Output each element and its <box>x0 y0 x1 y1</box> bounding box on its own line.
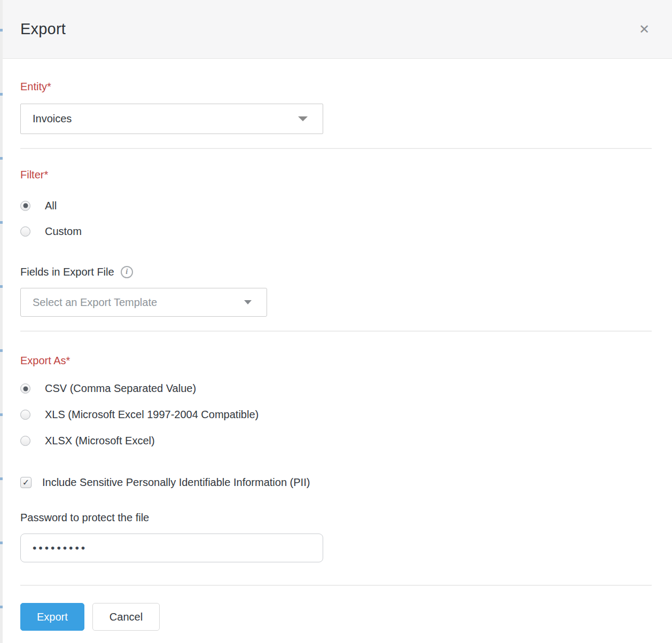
password-label: Password to protect the file <box>20 510 652 525</box>
export-as-option-xls[interactable]: XLS (Microsoft Excel 1997-2004 Compatibl… <box>20 402 652 428</box>
filter-option-custom[interactable]: Custom <box>20 218 652 244</box>
export-as-option-label: CSV (Comma Separated Value) <box>45 382 196 395</box>
checkbox-checked-icon[interactable]: ✓ <box>20 477 32 488</box>
export-template-select[interactable]: Select an Export Template <box>20 288 267 317</box>
export-as-radio-group: CSV (Comma Separated Value) XLS (Microso… <box>20 375 652 454</box>
divider <box>20 148 652 149</box>
pii-checkbox-label: Include Sensitive Personally Identifiabl… <box>42 476 310 489</box>
close-icon[interactable]: ✕ <box>637 21 652 38</box>
radio-unselected-icon[interactable] <box>20 436 30 446</box>
export-button[interactable]: Export <box>20 603 84 631</box>
filter-label: Filter* <box>20 167 652 182</box>
pii-checkbox-row[interactable]: ✓ Include Sensitive Personally Identifia… <box>20 476 652 489</box>
export-as-option-label: XLSX (Microsoft Excel) <box>45 435 155 447</box>
chevron-down-icon <box>244 300 252 304</box>
radio-selected-icon[interactable] <box>20 201 30 211</box>
filter-option-label: Custom <box>45 225 82 238</box>
export-as-option-csv[interactable]: CSV (Comma Separated Value) <box>20 375 652 402</box>
dialog-header: Export ✕ <box>0 0 672 59</box>
fields-in-export-file-label: Fields in Export File <box>20 264 114 279</box>
chevron-down-icon <box>298 116 308 121</box>
export-dialog: Export ✕ Entity* Invoices Filter* All Cu… <box>0 0 672 643</box>
dialog-title: Export <box>20 20 66 38</box>
radio-unselected-icon[interactable] <box>20 410 30 420</box>
filter-option-label: All <box>45 200 57 212</box>
export-template-placeholder: Select an Export Template <box>33 296 157 309</box>
page-behind-left-edge <box>0 0 3 643</box>
cancel-button[interactable]: Cancel <box>92 603 160 631</box>
checkmark-icon: ✓ <box>22 479 29 487</box>
radio-unselected-icon[interactable] <box>20 226 30 237</box>
password-input[interactable] <box>20 534 323 562</box>
export-as-label: Export As* <box>20 353 652 368</box>
entity-select[interactable]: Invoices <box>20 104 323 134</box>
divider <box>20 585 652 586</box>
dialog-body: Entity* Invoices Filter* All Custom Fiel… <box>0 79 672 643</box>
entity-select-value: Invoices <box>33 113 72 125</box>
filter-option-all[interactable]: All <box>20 193 652 218</box>
fields-in-export-file-row: Fields in Export File i <box>20 264 652 279</box>
radio-selected-icon[interactable] <box>20 383 30 394</box>
info-icon[interactable]: i <box>121 266 133 278</box>
filter-radio-group: All Custom <box>20 193 652 244</box>
export-as-option-xlsx[interactable]: XLSX (Microsoft Excel) <box>20 428 652 454</box>
dialog-footer: Export Cancel <box>20 603 652 643</box>
divider <box>20 331 652 332</box>
export-as-option-label: XLS (Microsoft Excel 1997-2004 Compatibl… <box>45 409 259 421</box>
entity-label: Entity* <box>20 79 652 94</box>
